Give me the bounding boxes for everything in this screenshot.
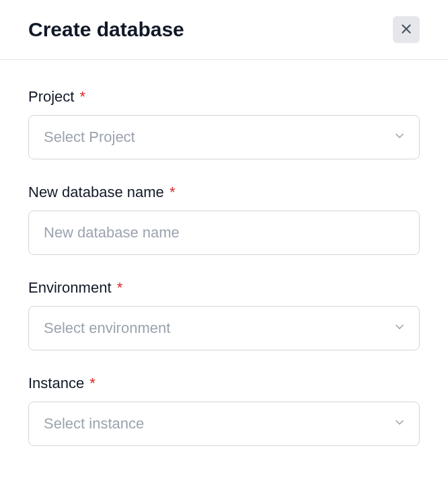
required-mark: * — [117, 279, 123, 296]
instance-select-placeholder: Select instance — [44, 415, 144, 432]
environment-label-text: Environment — [28, 279, 112, 296]
modal-title: Create database — [28, 18, 184, 41]
project-label: Project * — [28, 88, 420, 106]
database-name-label-text: New database name — [28, 184, 164, 200]
environment-select-wrapper: Select environment — [28, 306, 420, 350]
project-field-group: Project * Select Project — [28, 88, 420, 159]
close-button[interactable] — [393, 16, 420, 43]
required-mark: * — [89, 375, 96, 391]
modal-header: Create database — [0, 0, 448, 60]
instance-select-wrapper: Select instance — [28, 402, 420, 446]
required-mark: * — [170, 184, 176, 200]
environment-field-group: Environment * Select environment — [28, 279, 420, 350]
project-select[interactable]: Select Project — [28, 115, 420, 159]
instance-label-text: Instance — [28, 375, 84, 391]
close-icon — [399, 22, 414, 38]
environment-label: Environment * — [28, 279, 420, 297]
project-select-wrapper: Select Project — [28, 115, 420, 159]
instance-label: Instance * — [28, 375, 420, 392]
database-name-input[interactable] — [28, 211, 420, 255]
environment-select[interactable]: Select environment — [28, 306, 420, 350]
form-body: Project * Select Project New database na… — [0, 60, 448, 446]
project-select-placeholder: Select Project — [44, 128, 135, 146]
database-name-label: New database name * — [28, 184, 420, 201]
instance-field-group: Instance * Select instance — [28, 375, 420, 446]
required-mark: * — [80, 88, 86, 105]
project-label-text: Project — [28, 88, 74, 105]
database-name-field-group: New database name * — [28, 184, 420, 255]
instance-select[interactable]: Select instance — [28, 402, 420, 446]
environment-select-placeholder: Select environment — [44, 319, 170, 337]
